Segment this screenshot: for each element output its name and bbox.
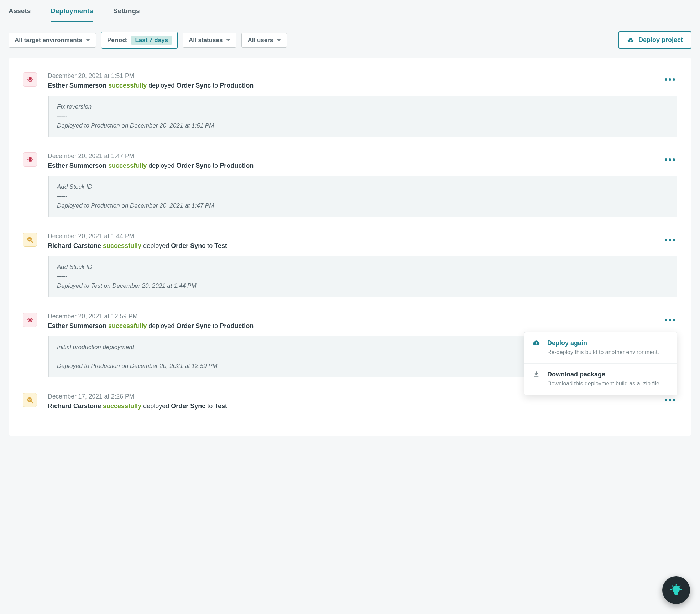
deployment-entry: December 20, 2021 at 1:44 PMRichard Cars… [23, 233, 677, 313]
download-package-item[interactable]: Download packageDownload this deployment… [524, 364, 677, 395]
production-badge-icon [23, 72, 37, 87]
entry-actions [663, 396, 677, 404]
actions-popover: Deploy againRe-deploy this build to anot… [524, 332, 677, 395]
entry-status: successfully [108, 322, 147, 329]
production-badge-icon [23, 313, 37, 327]
entry-mid: deployed [147, 162, 176, 169]
entry-timestamp: December 20, 2021 at 1:47 PM [48, 152, 677, 160]
entry-headline: Esther Summerson successfully deployed O… [48, 162, 677, 170]
deployment-entry: December 20, 2021 at 12:59 PMEsther Summ… [23, 313, 677, 393]
filter-period-label: Period: [107, 37, 128, 44]
entry-actions [663, 236, 677, 243]
entry-env: Production [220, 322, 254, 329]
chevron-down-icon [86, 39, 90, 41]
filter-period[interactable]: Period: Last 7 days [101, 32, 178, 49]
entry-user: Esther Summerson [48, 82, 106, 89]
cloud-upload-icon [532, 339, 541, 356]
entry-note: Fix reversion ----- Deployed to Producti… [48, 96, 677, 137]
entry-project: Order Sync [171, 242, 205, 249]
entry-actions [663, 156, 677, 163]
filter-statuses[interactable]: All statuses [183, 33, 236, 48]
entry-status: successfully [103, 402, 141, 410]
timeline-line [30, 87, 30, 152]
download-package-desc: Download this deployment build as a .zip… [547, 380, 661, 387]
entry-mid: deployed [147, 82, 176, 89]
entry-note: Add Stock ID ----- Deployed to Productio… [48, 176, 677, 217]
entry-timestamp: December 20, 2021 at 1:51 PM [48, 72, 677, 80]
entry-mid: deployed [147, 322, 176, 329]
more-actions-icon[interactable] [663, 156, 677, 163]
svg-rect-8 [534, 376, 538, 377]
entry-user: Esther Summerson [48, 162, 106, 169]
entry-actions: Deploy againRe-deploy this build to anot… [663, 316, 677, 323]
entry-env: Production [220, 82, 254, 89]
deployment-entry: December 20, 2021 at 1:47 PMEsther Summe… [23, 152, 677, 233]
entry-timestamp: December 20, 2021 at 1:44 PM [48, 233, 677, 240]
entry-status: successfully [103, 242, 141, 249]
entry-headline: Richard Carstone successfully deployed O… [48, 242, 677, 250]
entry-env: Test [214, 402, 227, 410]
filter-period-value: Last 7 days [131, 36, 172, 45]
download-package-title: Download package [547, 371, 661, 378]
entry-user: Richard Carstone [48, 242, 101, 249]
cloud-upload-icon [627, 37, 634, 43]
entry-to: to [211, 322, 220, 329]
filter-environments[interactable]: All target environments [9, 33, 96, 48]
entry-env: Production [220, 162, 254, 169]
more-actions-icon[interactable] [663, 236, 677, 243]
deploy-project-button[interactable]: Deploy project [618, 31, 691, 49]
more-actions-icon[interactable] [663, 317, 677, 323]
entry-project: Order Sync [176, 82, 211, 89]
production-badge-icon [23, 152, 37, 167]
deploy-again-title: Deploy again [547, 339, 659, 347]
filter-users-label: All users [247, 37, 273, 44]
entry-env: Test [214, 242, 227, 249]
entry-mid: deployed [141, 402, 171, 410]
test-badge-icon [23, 233, 37, 247]
entry-status: successfully [108, 162, 147, 169]
svg-point-0 [29, 78, 31, 80]
deploy-project-label: Deploy project [638, 36, 683, 44]
filter-environments-label: All target environments [15, 37, 82, 44]
entry-headline: Richard Carstone successfully deployed O… [48, 402, 677, 410]
more-actions-icon[interactable] [663, 76, 677, 83]
entry-project: Order Sync [176, 322, 211, 329]
entry-project: Order Sync [171, 402, 205, 410]
download-icon [532, 371, 541, 387]
timeline-line [30, 247, 30, 313]
filter-users[interactable]: All users [241, 33, 287, 48]
deployment-entry: December 20, 2021 at 1:51 PMEsther Summe… [23, 72, 677, 152]
svg-line-5 [31, 241, 33, 243]
entry-project: Order Sync [176, 162, 211, 169]
filter-bar: All target environments Period: Last 7 d… [9, 22, 691, 58]
test-badge-icon [23, 393, 37, 407]
entry-mid: deployed [141, 242, 171, 249]
entry-headline: Esther Summerson successfully deployed O… [48, 322, 677, 330]
entry-user: Esther Summerson [48, 322, 106, 329]
entry-actions [663, 76, 677, 83]
entry-to: to [211, 82, 220, 89]
tab-settings[interactable]: Settings [113, 4, 140, 22]
entry-to: to [211, 162, 220, 169]
entry-to: to [205, 242, 214, 249]
svg-point-2 [29, 158, 31, 161]
deploy-again-desc: Re-deploy this build to another environm… [547, 348, 659, 356]
timeline-line [30, 327, 30, 393]
svg-point-6 [29, 319, 31, 321]
tab-deployments[interactable]: Deployments [51, 4, 93, 22]
entry-headline: Esther Summerson successfully deployed O… [48, 82, 677, 89]
deployment-entry: December 17, 2021 at 2:26 PMRichard Cars… [23, 393, 677, 432]
timeline-line [30, 167, 30, 233]
chevron-down-icon [277, 39, 281, 41]
svg-line-10 [31, 401, 33, 403]
deployments-panel: December 20, 2021 at 1:51 PMEsther Summe… [9, 58, 691, 436]
deploy-again-item[interactable]: Deploy againRe-deploy this build to anot… [524, 332, 677, 364]
entry-to: to [205, 402, 214, 410]
chevron-down-icon [226, 39, 230, 41]
more-actions-icon[interactable] [663, 397, 677, 404]
tab-assets[interactable]: Assets [9, 4, 31, 22]
entry-note: Add Stock ID ----- Deployed to Test on D… [48, 256, 677, 297]
filter-statuses-label: All statuses [189, 37, 223, 44]
entry-timestamp: December 20, 2021 at 12:59 PM [48, 313, 677, 320]
entry-user: Richard Carstone [48, 402, 101, 410]
